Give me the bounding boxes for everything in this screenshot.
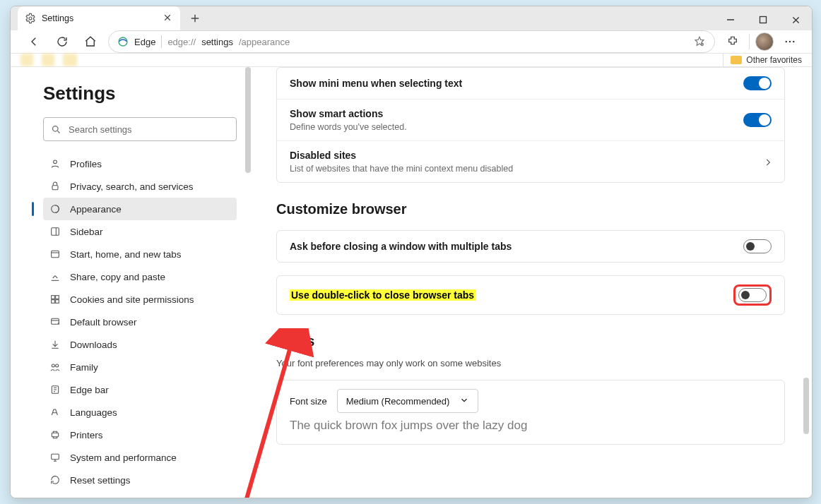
svg-rect-11	[52, 228, 59, 236]
sidebar-item-printers[interactable]: Printers	[43, 424, 237, 446]
other-favorites-label: Other favorites	[746, 55, 802, 65]
gear-icon	[25, 13, 36, 24]
sidebar-item-profiles[interactable]: Profiles	[43, 152, 237, 175]
main-panel: Show mini menu when selecting text Show …	[251, 67, 812, 498]
sidebar-item-label: System and performance	[70, 452, 177, 463]
maximize-button[interactable]	[747, 6, 779, 33]
window-controls	[714, 6, 812, 33]
sidebar-item-icon	[49, 225, 61, 238]
sidebar-item-system-and-performance[interactable]: System and performance	[43, 446, 237, 469]
svg-rect-15	[52, 300, 55, 304]
addr-brand: Edge	[134, 37, 155, 47]
dblclick-close-card: Use double-click to close browser tabs	[276, 275, 785, 315]
sidebar-item-label: Downloads	[70, 340, 117, 350]
sidebar-item-start-home-and-new-tabs[interactable]: Start, home, and new tabs	[43, 243, 237, 265]
sidebar-item-edge-bar[interactable]: Edge bar	[43, 378, 237, 401]
addr-scheme: edge://	[167, 37, 196, 47]
sidebar-item-icon	[49, 248, 61, 260]
toolbar: Edge edge://settings/appearance	[11, 30, 812, 54]
sidebar-item-label: Start, home, and new tabs	[70, 249, 182, 260]
sidebar-item-label: Family	[70, 362, 98, 373]
svg-point-5	[789, 41, 791, 42]
svg-point-19	[56, 364, 59, 367]
other-favorites[interactable]: Other favorites	[731, 55, 802, 65]
svg-point-6	[793, 41, 794, 42]
row-smart-actions: Show smart actions Define words you've s…	[277, 99, 784, 140]
svg-rect-21	[52, 433, 58, 436]
sidebar-item-reset-settings[interactable]: Reset settings	[43, 469, 237, 491]
sidebar-scrollbar[interactable]	[245, 67, 251, 173]
row-font-size: Font size Medium (Recommended)	[277, 380, 784, 413]
search-placeholder: Search settings	[69, 124, 132, 135]
svg-rect-1	[760, 17, 767, 23]
toggle-mini-menu[interactable]	[743, 76, 772, 90]
font-size-dropdown[interactable]: Medium (Recommended)	[337, 389, 478, 413]
sidebar-item-privacy-search-and-services[interactable]: Privacy, search, and services	[43, 175, 237, 198]
addr-path: /appearance	[239, 37, 290, 47]
addr-host: settings	[201, 37, 233, 47]
svg-point-18	[52, 364, 54, 367]
chevron-right-icon	[763, 157, 772, 166]
toggle-ask-before-close[interactable]	[743, 239, 772, 253]
sidebar-item-icon	[49, 316, 61, 328]
svg-point-8	[54, 160, 57, 164]
svg-point-0	[29, 17, 32, 20]
sidebar-item-icon	[49, 474, 61, 486]
search-icon	[51, 124, 61, 135]
sidebar-item-share-copy-and-paste[interactable]: Share, copy and paste	[43, 265, 237, 288]
refresh-button[interactable]	[52, 31, 73, 52]
address-bar[interactable]: Edge edge://settings/appearance	[108, 30, 715, 53]
row-disabled-sites[interactable]: Disabled sites List of websites that hav…	[277, 140, 784, 182]
sidebar-item-label: Privacy, search, and services	[70, 181, 194, 192]
sidebar-item-icon	[49, 270, 61, 283]
row-show-mini-menu: Show mini menu when selecting text	[277, 68, 784, 99]
blurred-bookmarks	[20, 54, 716, 66]
toggle-dblclick-close[interactable]	[738, 288, 767, 302]
main-scrollbar[interactable]	[803, 378, 809, 434]
sidebar-item-icon	[49, 180, 61, 193]
home-button[interactable]	[80, 31, 101, 52]
sidebar-item-label: Profiles	[70, 159, 102, 169]
font-size-value: Medium (Recommended)	[346, 396, 450, 407]
sidebar-item-appearance[interactable]: Appearance	[43, 198, 237, 220]
sidebar-item-label: Printers	[70, 430, 103, 440]
sidebar-item-downloads[interactable]: Downloads	[43, 333, 237, 356]
folder-icon	[731, 56, 742, 64]
sidebar-item-label: Languages	[70, 407, 117, 418]
close-window-button[interactable]	[779, 6, 812, 33]
sidebar-item-icon	[49, 428, 61, 441]
svg-point-4	[786, 41, 787, 42]
sidebar-item-languages[interactable]: Languages	[43, 401, 237, 424]
sidebar: Settings Search settings ProfilesPrivacy…	[11, 67, 251, 498]
row-dblclick-close: Use double-click to close browser tabs	[277, 276, 784, 314]
sidebar-item-label: Default browser	[70, 317, 137, 328]
close-tab-icon[interactable]	[163, 13, 173, 23]
favorite-icon[interactable]	[693, 35, 706, 48]
new-tab-button[interactable]	[184, 8, 206, 29]
page-title: Settings	[43, 83, 237, 104]
more-button[interactable]	[779, 31, 801, 52]
svg-rect-12	[52, 251, 59, 257]
sidebar-item-icon	[49, 203, 61, 215]
sidebar-item-label: Cookies and site permissions	[70, 294, 194, 305]
section-fonts-title: Fonts	[276, 333, 785, 349]
sidebar-item-cookies-and-site-permissions[interactable]: Cookies and site permissions	[43, 288, 237, 311]
search-input[interactable]: Search settings	[43, 117, 237, 141]
tab-settings[interactable]: Settings	[18, 6, 180, 30]
extensions-button[interactable]	[722, 31, 743, 52]
sidebar-item-label: Share, copy and paste	[70, 272, 165, 282]
sidebar-item-sidebar[interactable]: Sidebar	[43, 220, 237, 243]
section-fonts-sub: Your font preferences may only work on s…	[276, 358, 785, 368]
sidebar-item-label: Appearance	[70, 204, 122, 215]
back-button[interactable]	[23, 31, 45, 52]
svg-rect-22	[52, 454, 59, 459]
title-bar: Settings	[11, 6, 812, 30]
profile-avatar[interactable]	[755, 32, 774, 51]
minimenu-card: Show mini menu when selecting text Show …	[276, 67, 785, 183]
section-customize-title: Customize browser	[276, 201, 785, 217]
content-area: Settings Search settings ProfilesPrivacy…	[11, 67, 812, 498]
sidebar-item-family[interactable]: Family	[43, 356, 237, 378]
minimize-button[interactable]	[714, 6, 747, 33]
sidebar-item-default-browser[interactable]: Default browser	[43, 311, 237, 333]
toggle-smart-actions[interactable]	[743, 113, 772, 127]
